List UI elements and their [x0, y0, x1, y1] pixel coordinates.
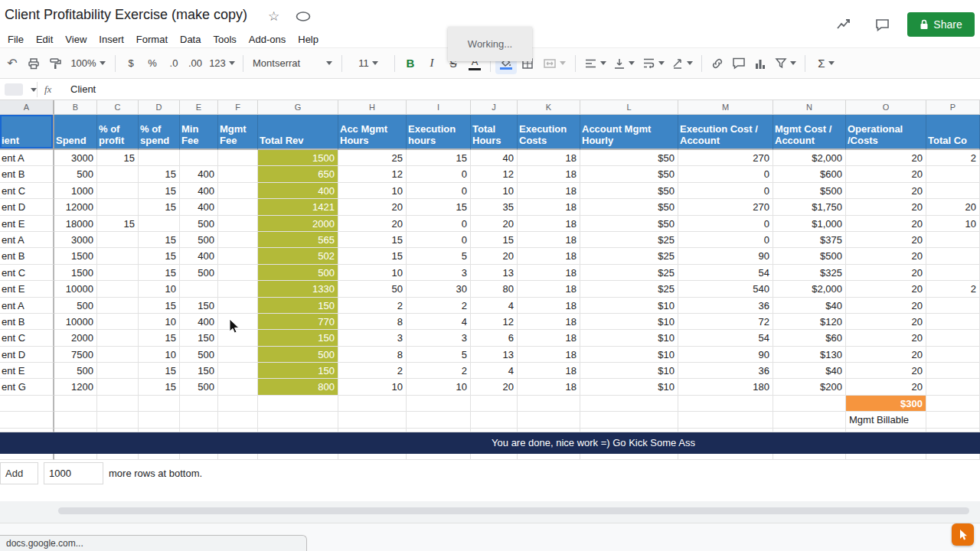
grid-cell[interactable]: $50 [580, 216, 678, 232]
grid-cell[interactable] [54, 429, 97, 432]
grid-cell[interactable] [338, 454, 407, 460]
grid-cell[interactable]: 5 [407, 248, 471, 264]
grid-cell[interactable] [926, 232, 980, 248]
grid-cell[interactable] [580, 454, 678, 460]
grid-cell[interactable] [926, 314, 980, 330]
total-rev-cell[interactable]: 1500 [258, 150, 338, 166]
grid-cell[interactable] [218, 265, 258, 281]
grid-cell[interactable]: 10000 [54, 281, 97, 297]
formula-bar-value[interactable]: Client [70, 83, 96, 95]
grid-cell[interactable] [180, 412, 218, 429]
grid-cell[interactable]: 72 [678, 314, 773, 330]
grid-cell[interactable]: 20 [846, 265, 926, 281]
grid-cell[interactable]: 0 [407, 183, 471, 199]
insert-link-icon[interactable] [707, 53, 728, 74]
grid-cell[interactable]: $10 [580, 347, 678, 363]
grid-cell[interactable]: 20 [846, 199, 926, 215]
grid-cell[interactable] [218, 363, 258, 379]
grid-cell[interactable]: 2000 [54, 330, 97, 346]
grid-cell[interactable]: $25 [580, 265, 678, 281]
total-rev-cell[interactable]: 500 [258, 347, 338, 363]
grid-cell[interactable]: 40 [471, 150, 518, 166]
increase-decimal-button[interactable]: .00 [185, 53, 206, 74]
grid-cell[interactable]: ent A [0, 232, 54, 248]
grid-cell[interactable] [258, 429, 338, 432]
grid-cell[interactable]: 400 [180, 183, 218, 199]
column-header-B[interactable]: B [54, 100, 97, 115]
grid-cell[interactable]: ent E [0, 281, 54, 297]
grid-cell[interactable] [218, 166, 258, 182]
grid-cell[interactable] [846, 454, 926, 460]
grid-cell[interactable]: 20 [926, 199, 980, 215]
grid-cell[interactable]: 18 [518, 379, 580, 395]
grid-cell[interactable]: ent A [0, 150, 54, 166]
grid-cell[interactable]: ent D [0, 347, 54, 363]
total-rev-cell[interactable]: 150 [258, 298, 338, 314]
grid-cell[interactable]: $600 [773, 166, 846, 182]
column-header-L[interactable]: L [580, 100, 678, 115]
grid-cell[interactable] [218, 314, 258, 330]
grid-cell[interactable]: 20 [846, 248, 926, 264]
grid-cell[interactable] [518, 454, 580, 460]
grid-cell[interactable] [773, 429, 846, 432]
grid-cell[interactable] [926, 379, 980, 395]
grid-cell[interactable] [139, 216, 180, 232]
total-rev-cell[interactable]: 150 [258, 330, 338, 346]
grid-cell[interactable]: 400 [180, 314, 218, 330]
grid-cell[interactable]: 8 [338, 314, 407, 330]
grid-cell[interactable]: ent B [0, 166, 54, 182]
grid-cell[interactable] [338, 429, 407, 432]
grid-cell[interactable] [580, 396, 678, 412]
grid-cell[interactable] [926, 183, 980, 199]
grid-cell[interactable]: $50 [580, 166, 678, 182]
horizontal-align-icon[interactable] [580, 53, 609, 74]
grid-cell[interactable] [218, 330, 258, 346]
header-cell-I[interactable]: Execution hours [407, 115, 471, 150]
grid-cell[interactable] [97, 330, 139, 346]
grid-cell[interactable]: 18 [518, 248, 580, 264]
grid-cell[interactable]: 10 [407, 379, 471, 395]
grid-cell[interactable]: $375 [773, 232, 846, 248]
grid-cell[interactable] [926, 396, 980, 412]
grid-cell[interactable] [0, 429, 54, 432]
grid-cell[interactable] [518, 412, 580, 429]
grid-cell[interactable]: 30 [407, 281, 471, 297]
total-rev-cell[interactable]: 502 [258, 248, 338, 264]
grid-cell[interactable]: 1500 [54, 248, 97, 264]
grid-cell[interactable]: 1200 [54, 379, 97, 395]
grid-cell[interactable] [580, 412, 678, 429]
grid-cell[interactable] [97, 183, 139, 199]
grid-cell[interactable]: $120 [773, 314, 846, 330]
grid-cell[interactable]: 18 [518, 330, 580, 346]
header-cell-K[interactable]: Execution Costs [518, 115, 580, 150]
header-cell-M[interactable]: Execution Cost / Account [678, 115, 773, 150]
column-header-C[interactable]: C [97, 100, 139, 115]
grid-cell[interactable] [180, 454, 218, 460]
total-rev-cell[interactable]: 565 [258, 232, 338, 248]
font-size-dropdown[interactable]: 11 [347, 53, 390, 74]
grid-cell[interactable] [218, 379, 258, 395]
grid-cell[interactable]: 18 [518, 298, 580, 314]
grid-cell[interactable]: $40 [773, 363, 846, 379]
grid-cell[interactable]: 500 [180, 232, 218, 248]
grid-cell[interactable]: 150 [180, 298, 218, 314]
header-cell-J[interactable]: Total Hours [471, 115, 518, 150]
menu-add-ons[interactable]: Add-ons [243, 34, 292, 45]
chevron-down-icon[interactable] [31, 88, 37, 92]
grid-cell[interactable] [97, 379, 139, 395]
grid-cell[interactable]: 10 [471, 183, 518, 199]
print-icon[interactable] [23, 53, 44, 74]
column-header-K[interactable]: K [518, 100, 580, 115]
text-rotation-icon[interactable] [668, 53, 697, 74]
menu-format[interactable]: Format [130, 34, 174, 45]
grid-cell[interactable]: 3 [338, 330, 407, 346]
grid-cell[interactable]: $2,000 [773, 281, 846, 297]
total-rev-cell[interactable]: 1421 [258, 199, 338, 215]
grid-cell[interactable] [97, 281, 139, 297]
grid-cell[interactable]: 8 [338, 347, 407, 363]
grid-cell[interactable]: 10 [338, 379, 407, 395]
grid-cell[interactable]: 3 [407, 265, 471, 281]
grid-cell[interactable] [471, 396, 518, 412]
grid-cell[interactable]: 3 [407, 330, 471, 346]
grid-cell[interactable] [678, 454, 773, 460]
